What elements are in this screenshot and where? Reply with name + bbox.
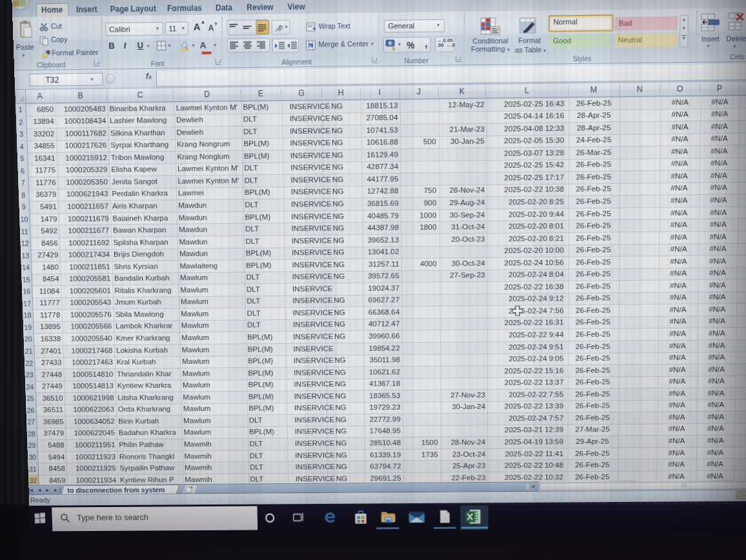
svg-text:ab: ab: [276, 23, 285, 33]
svg-text:$: $: [388, 41, 391, 46]
